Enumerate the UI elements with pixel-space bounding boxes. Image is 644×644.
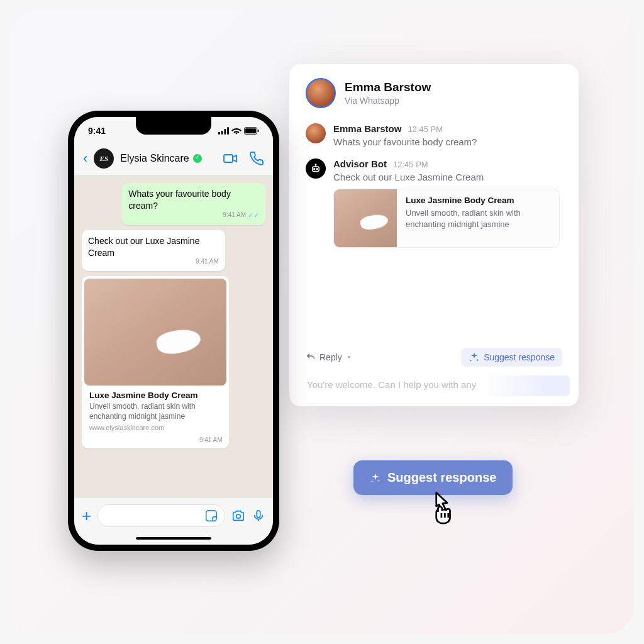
svg-point-1 xyxy=(314,169,315,170)
product-title: Luxe Jasmine Body Cream xyxy=(406,196,550,205)
video-call-icon[interactable] xyxy=(223,151,238,166)
attach-button[interactable]: + xyxy=(82,506,91,526)
home-indicator xyxy=(136,537,211,540)
msg-sender-name: Emma Barstow xyxy=(333,123,401,134)
phone-notch xyxy=(136,117,211,135)
message-input[interactable] xyxy=(97,504,225,527)
outgoing-message[interactable]: Whats your favourite body cream? 9:41 AM… xyxy=(122,183,265,225)
contact-avatar[interactable]: ES xyxy=(94,148,114,169)
svg-rect-5 xyxy=(218,132,220,135)
product-image xyxy=(334,189,397,247)
svg-rect-11 xyxy=(258,130,259,132)
compose-input[interactable]: You're welcome. Can I help you with any xyxy=(306,375,562,394)
cursor-pointer-icon xyxy=(423,488,459,525)
suggest-response-chip[interactable]: Suggest response xyxy=(461,348,562,367)
msg-text: Check out our Luxe Jasmine Cream xyxy=(333,172,562,182)
svg-point-2 xyxy=(316,169,318,170)
cellular-icon xyxy=(218,127,229,135)
phone-call-icon[interactable] xyxy=(249,151,264,166)
product-card[interactable]: Luxe Jasmine Body Cream Unveil smooth, r… xyxy=(333,189,560,248)
wifi-icon xyxy=(231,127,242,135)
panel-footer: Reply Suggest response You're welcome. C… xyxy=(306,343,562,394)
read-ticks-icon: ✓✓ xyxy=(248,211,259,220)
agent-panel: Emma Barstow Via Whatsapp Emma Barstow 1… xyxy=(289,64,579,406)
card-title: Luxe Jasmine Body Cream xyxy=(89,391,221,400)
back-button[interactable]: ‹ xyxy=(83,150,87,167)
svg-rect-8 xyxy=(227,127,229,134)
reply-label: Reply xyxy=(319,352,342,362)
customer-name: Emma Barstow xyxy=(345,80,431,94)
svg-rect-10 xyxy=(245,128,256,133)
camera-icon[interactable] xyxy=(231,509,245,523)
svg-rect-15 xyxy=(257,511,260,518)
sticker-icon[interactable] xyxy=(204,509,218,523)
svg-rect-12 xyxy=(224,155,233,162)
message-user: Emma Barstow 12:45 PM Whats your favouri… xyxy=(306,123,562,147)
product-image xyxy=(84,279,226,386)
card-time: 9:41 AM xyxy=(84,436,226,446)
sparkle-icon xyxy=(469,352,480,363)
robot-icon xyxy=(310,163,321,174)
sparkle-icon xyxy=(370,472,381,484)
message-text: Whats your favourite body cream? xyxy=(128,188,259,212)
incoming-message[interactable]: Check out our Luxe Jasmine Cream 9:41 AM xyxy=(82,230,225,271)
message-time: 9:41 AM xyxy=(196,257,219,266)
bot-avatar xyxy=(306,158,326,179)
canvas: Emma Barstow Via Whatsapp Emma Barstow 1… xyxy=(10,10,634,634)
reply-arrow-icon xyxy=(306,352,316,362)
panel-header: Emma Barstow Via Whatsapp xyxy=(306,78,562,108)
svg-rect-13 xyxy=(206,511,217,521)
channel-via: Via Whatsapp xyxy=(345,96,431,106)
message-time: 9:41 AM xyxy=(223,211,246,219)
product-description: Unveil smooth, radiant skin with enchant… xyxy=(406,208,550,230)
status-time: 9:41 xyxy=(88,126,106,136)
suggest-chip-label: Suggest response xyxy=(484,352,555,362)
mic-icon[interactable] xyxy=(252,509,265,523)
whatsapp-header: ‹ ES Elysia Skincare xyxy=(74,145,273,175)
svg-rect-7 xyxy=(224,129,226,135)
msg-text: Whats your favourite body cream? xyxy=(333,136,562,147)
card-url: www.elysiaskincare.com xyxy=(89,424,221,431)
svg-rect-6 xyxy=(221,131,223,135)
msg-timestamp: 12:45 PM xyxy=(393,160,428,169)
user-avatar-small xyxy=(306,123,326,143)
card-description: Unveil smooth, radiant skin with enchant… xyxy=(89,401,221,421)
verified-badge-icon xyxy=(193,154,202,163)
product-link-card[interactable]: Luxe Jasmine Body Cream Unveil smooth, r… xyxy=(82,276,229,448)
battery-icon xyxy=(244,127,259,135)
chat-body[interactable]: Whats your favourite body cream? 9:41 AM… xyxy=(74,175,273,498)
svg-point-4 xyxy=(315,164,316,165)
reply-button[interactable]: Reply xyxy=(306,352,352,362)
customer-avatar[interactable] xyxy=(306,78,336,108)
phone-frame: 9:41 ‹ ES Elysia Skincare xyxy=(68,111,279,551)
message-text: Check out our Luxe Jasmine Cream xyxy=(88,235,219,259)
svg-point-14 xyxy=(236,514,240,518)
msg-timestamp: 12:45 PM xyxy=(408,125,443,134)
msg-sender-name: Advisor Bot xyxy=(333,158,387,169)
contact-name[interactable]: Elysia Skincare xyxy=(120,153,216,164)
chevron-down-icon xyxy=(346,354,352,360)
cta-label: Suggest response xyxy=(387,470,496,485)
conversation-thread: Emma Barstow 12:45 PM Whats your favouri… xyxy=(306,123,562,259)
phone-screen: 9:41 ‹ ES Elysia Skincare xyxy=(74,117,273,545)
message-bot: Advisor Bot 12:45 PM Check out our Luxe … xyxy=(306,158,562,248)
